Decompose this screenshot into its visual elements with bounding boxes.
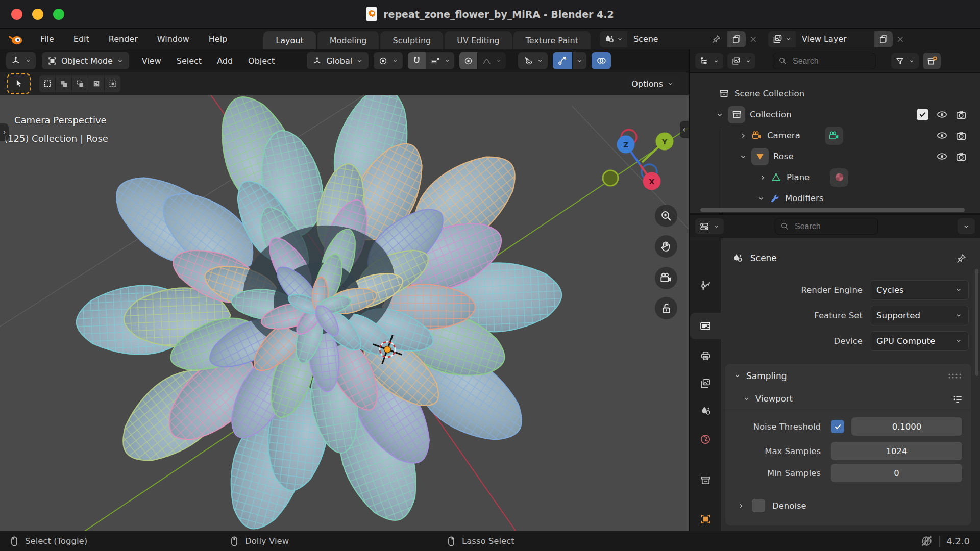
denoise-checkbox[interactable] [752, 499, 765, 512]
list-preset-icon[interactable] [952, 393, 963, 405]
editor-type-button[interactable] [6, 52, 36, 69]
outliner-view-layer-dropdown[interactable] [727, 53, 755, 69]
tab-render[interactable] [690, 313, 721, 339]
device-dropdown[interactable]: GPU Compute [870, 331, 969, 351]
scene-name-field[interactable]: Scene [627, 31, 727, 47]
show-overlays-toggle[interactable] [592, 52, 611, 69]
maximize-window-button[interactable] [53, 9, 64, 20]
gizmo-settings-dropdown[interactable] [573, 52, 586, 69]
viewport-menu-add[interactable]: Add [209, 56, 240, 66]
lock-view-button[interactable] [655, 297, 677, 319]
snap-settings-dropdown[interactable] [426, 52, 454, 69]
max-samples-field[interactable]: 1024 [831, 442, 962, 460]
outliner-display-mode-dropdown[interactable] [695, 53, 723, 69]
sampling-viewport-subheader[interactable]: Viewport [725, 388, 971, 410]
properties-options-dropdown[interactable] [958, 218, 975, 234]
outliner-row-plane[interactable]: Plane [690, 167, 980, 188]
tab-output[interactable] [690, 342, 721, 369]
toolbar-expand-handle[interactable]: › [0, 123, 9, 141]
pan-button[interactable] [655, 235, 677, 258]
outliner-row-scene-collection[interactable]: Scene Collection [690, 83, 980, 104]
minimize-window-button[interactable] [32, 9, 43, 20]
disclosure-open-icon[interactable] [716, 111, 724, 119]
navigation-gizmo[interactable]: Z Y X [603, 130, 674, 190]
feature-set-dropdown[interactable]: Supported [870, 306, 969, 325]
collection-checkbox[interactable] [917, 109, 928, 120]
noise-threshold-checkbox[interactable] [831, 420, 844, 433]
menu-edit[interactable]: Edit [64, 29, 99, 49]
pin-icon[interactable] [956, 253, 967, 264]
viewport-menu-select[interactable]: Select [169, 56, 209, 66]
new-collection-button[interactable] [923, 53, 941, 69]
sidebar-collapse-handle[interactable]: ‹ [680, 121, 689, 138]
material-badge[interactable] [830, 168, 848, 187]
disclosure-open-icon[interactable] [757, 194, 765, 203]
outliner-search[interactable] [773, 53, 876, 69]
menu-render[interactable]: Render [99, 29, 148, 49]
menu-window[interactable]: Window [148, 29, 199, 49]
camera-data-badge[interactable] [825, 127, 843, 145]
close-window-button[interactable] [11, 9, 22, 20]
scene-new-copy-button[interactable] [727, 31, 746, 47]
select-mode-extend[interactable] [56, 75, 71, 92]
view-layer-new-copy-button[interactable] [874, 31, 893, 47]
disable-render-camera-icon[interactable] [955, 130, 967, 141]
tab-view-layer[interactable] [690, 370, 721, 396]
tab-scene[interactable] [690, 397, 721, 424]
view-layer-remove-button[interactable] [896, 35, 905, 44]
select-mode-invert[interactable] [88, 75, 104, 92]
scene-unlink-button[interactable] [749, 35, 758, 44]
outliner-search-input[interactable] [792, 56, 870, 66]
workspace-tab-texture-paint[interactable]: Texture Paint [513, 31, 591, 49]
show-gizmo-toggle[interactable] [553, 52, 572, 69]
workspace-tab-layout[interactable]: Layout [263, 31, 315, 49]
workspace-tab-sculpting[interactable]: Sculpting [380, 31, 443, 49]
outliner-row-collection[interactable]: Collection [690, 104, 980, 125]
zoom-button[interactable] [655, 205, 677, 227]
select-mode-intersect[interactable] [105, 75, 120, 92]
view-layer-browse-button[interactable] [768, 31, 796, 47]
pivot-point-dropdown[interactable] [374, 52, 403, 69]
show-visibility-dropdown[interactable] [518, 52, 548, 69]
active-tool-select-box[interactable] [7, 73, 31, 94]
mode-dropdown[interactable]: Object Mode [42, 52, 129, 69]
outliner-row-rose[interactable]: Rose [690, 146, 980, 167]
outliner-filter-dropdown[interactable] [891, 53, 919, 69]
tab-collection[interactable] [690, 467, 721, 493]
disclosure-open-icon[interactable] [739, 153, 747, 161]
viewport-menu-object[interactable]: Object [240, 56, 282, 66]
menu-file[interactable]: File [31, 29, 64, 49]
viewport-menu-view[interactable]: View [134, 56, 169, 66]
workspace-tab-modeling[interactable]: Modeling [317, 31, 379, 49]
properties-search-input[interactable] [794, 221, 872, 232]
hide-eye-icon[interactable] [936, 130, 948, 141]
outliner-row-camera[interactable]: Camera [690, 125, 980, 146]
properties-editor-type-button[interactable] [695, 218, 724, 234]
rose-wireframe-object[interactable] [26, 95, 612, 531]
camera-view-button[interactable] [655, 267, 677, 289]
viewport-canvas[interactable]: Z Y X Camera Perspective (125) Collectio… [0, 95, 689, 531]
tab-object[interactable] [690, 506, 721, 532]
disable-render-camera-icon[interactable] [955, 109, 967, 120]
render-engine-dropdown[interactable]: Cycles [870, 280, 969, 300]
view-layer-name-field[interactable]: View Layer [796, 31, 874, 47]
outliner-horizontal-scrollbar[interactable] [700, 208, 965, 212]
noise-threshold-field[interactable]: 0.1000 [851, 417, 962, 436]
menu-help[interactable]: Help [199, 29, 237, 49]
select-mode-subtract[interactable] [72, 75, 88, 92]
pin-icon[interactable] [712, 34, 721, 44]
proportional-falloff-dropdown[interactable] [478, 52, 506, 69]
disclosure-closed-icon[interactable] [758, 173, 767, 182]
proportional-editing-toggle[interactable] [459, 52, 477, 69]
select-mode-set[interactable] [39, 75, 55, 92]
workspace-tab-uv-editing[interactable]: UV Editing [445, 31, 511, 49]
sampling-section-header[interactable]: Sampling [725, 364, 971, 388]
disclosure-closed-icon[interactable] [739, 132, 747, 140]
tab-world[interactable] [690, 426, 721, 453]
options-dropdown[interactable]: Options [626, 75, 679, 92]
hide-eye-icon[interactable] [936, 151, 948, 162]
scene-browse-button[interactable] [600, 31, 627, 47]
snap-toggle[interactable] [408, 52, 426, 69]
blender-logo-icon[interactable] [8, 32, 23, 47]
min-samples-field[interactable]: 0 [831, 464, 962, 482]
